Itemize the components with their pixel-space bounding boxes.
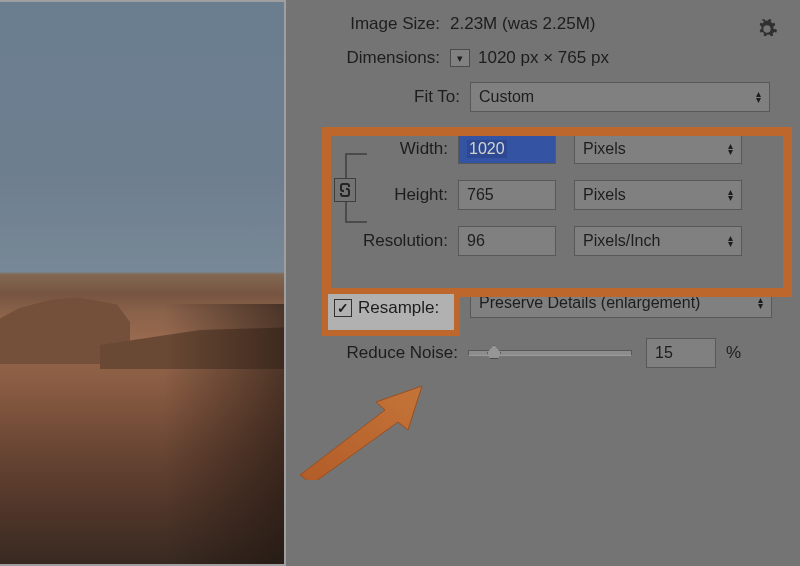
gear-icon[interactable]	[756, 18, 778, 45]
resolution-input[interactable]: 96	[458, 226, 556, 256]
image-size-label: Image Size:	[318, 14, 450, 34]
chevron-down-icon: ▾	[457, 52, 463, 65]
height-input[interactable]: 765	[458, 180, 556, 210]
dimensions-label: Dimensions:	[318, 48, 450, 68]
fit-to-label: Fit To:	[318, 87, 470, 107]
fit-to-dropdown[interactable]: Custom ▴▾	[470, 82, 770, 112]
reduce-noise-input[interactable]: 15	[646, 338, 716, 368]
dimensions-disclosure[interactable]: ▾	[450, 49, 470, 67]
resolution-label: Resolution:	[326, 231, 458, 251]
reduce-noise-slider[interactable]	[468, 350, 632, 356]
resolution-unit: Pixels/Inch	[583, 232, 660, 250]
image-size-panel: Image Size: 2.23M (was 2.25M) Dimensions…	[300, 0, 800, 566]
landscape-shape	[164, 304, 284, 564]
updown-icon: ▴▾	[728, 189, 733, 201]
width-unit: Pixels	[583, 140, 626, 158]
resolution-unit-dropdown[interactable]: Pixels/Inch ▴▾	[574, 226, 742, 256]
height-label: Height:	[366, 185, 458, 205]
resample-label: Resample:	[358, 298, 439, 318]
dimensions-value: 1020 px × 765 px	[478, 48, 609, 68]
resample-method: Preserve Details (enlargement)	[479, 294, 700, 312]
resample-checkbox[interactable]: ✓	[334, 299, 352, 317]
width-value: 1020	[467, 140, 507, 158]
fit-to-value: Custom	[479, 88, 534, 106]
slider-thumb[interactable]	[487, 345, 501, 359]
updown-icon: ▴▾	[758, 297, 763, 309]
updown-icon: ▴▾	[728, 235, 733, 247]
width-unit-dropdown[interactable]: Pixels ▴▾	[574, 134, 742, 164]
updown-icon: ▴▾	[728, 143, 733, 155]
height-value: 765	[467, 186, 494, 204]
width-label: Width:	[366, 139, 458, 159]
updown-icon: ▴▾	[756, 91, 761, 103]
height-unit-dropdown[interactable]: Pixels ▴▾	[574, 180, 742, 210]
height-unit: Pixels	[583, 186, 626, 204]
reduce-noise-value: 15	[655, 344, 673, 362]
percent-label: %	[726, 343, 741, 363]
reduce-noise-label: Reduce Noise:	[318, 343, 468, 363]
check-icon: ✓	[337, 300, 349, 316]
resolution-value: 96	[467, 232, 485, 250]
link-icon[interactable]	[334, 178, 356, 202]
preview-image	[0, 0, 286, 566]
resample-method-dropdown[interactable]: Preserve Details (enlargement) ▴▾	[470, 288, 772, 318]
width-input[interactable]: 1020	[458, 134, 556, 164]
image-size-value: 2.23M (was 2.25M)	[450, 14, 596, 34]
